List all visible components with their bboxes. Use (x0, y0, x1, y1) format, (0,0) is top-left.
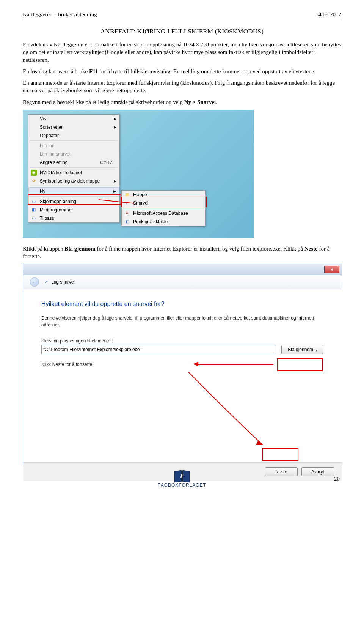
nvidia-icon: ◉ (31, 170, 37, 176)
highlight-arrow-head-icon (193, 362, 198, 366)
submenu-item-access[interactable]: A Microsoft Access Database (122, 209, 205, 218)
p4-part-c: . (216, 99, 217, 105)
browse-button[interactable]: Bla gjennom... (281, 345, 323, 354)
dialog-header-band: ← ↗ Lag snarvei (23, 275, 342, 289)
menu-item-label: Sorter etter (40, 125, 63, 130)
paragraph-1: Elevdelen av Kartleggeren er optimaliser… (23, 41, 341, 64)
p5-part-a: Klikk på knappen (23, 246, 64, 252)
menu-item-label: Angre sletting (40, 160, 67, 165)
submenu-arrow-icon: ▶ (114, 125, 116, 129)
submenu-item-label: Punktgrafikkbilde (133, 219, 168, 224)
menu-item-sorter[interactable]: Sorter etter ▶ (28, 123, 119, 131)
menu-item-label: Tilpass (40, 216, 54, 221)
sync-icon: ⟳ (31, 178, 37, 184)
p2-part-c: for å bytte til fullskjermvisning. En me… (98, 68, 315, 74)
p5-next: Neste (304, 246, 318, 252)
book-icon: F (174, 471, 190, 482)
menu-item-angre[interactable]: Angre sletting Ctrl+Z (28, 158, 119, 167)
submenu-arrow-icon: ▶ (113, 189, 116, 193)
publisher-name: FAGBOKFORLAGET (158, 483, 206, 487)
back-icon[interactable]: ← (30, 277, 39, 287)
submenu-arrow-icon: ▶ (114, 117, 116, 121)
gadgets-icon: ◧ (31, 207, 37, 213)
p2-key: F11 (89, 68, 98, 74)
highlight-arrow-browse (198, 364, 273, 365)
publisher-logo: F FAGBOKFORLAGET (158, 471, 206, 487)
p2-part-a: En løsning kan være å bruke (23, 68, 89, 74)
screenshot-context-menu: Vis ▶ Sorter etter ▶ Oppdater Lim inn Li… (23, 110, 254, 238)
menu-separator (30, 167, 118, 168)
personalize-icon: ▭ (31, 215, 37, 221)
menu-item-mini[interactable]: ◧ Miniprogrammer (28, 206, 119, 214)
context-menu: Vis ▶ Sorter etter ▶ Oppdater Lim inn Li… (28, 114, 120, 223)
bitmap-icon: ◧ (124, 219, 130, 225)
section-title: ANBEFALT: KJØRING I FULLSKJERM (KIOSKMOD… (23, 28, 341, 35)
p5-browse: Bla gjennom (64, 246, 95, 252)
dialog-band-label: Lag snarvei (51, 279, 75, 285)
menu-item-lim-inn: Lim inn (28, 142, 119, 150)
page-number: 20 (334, 476, 340, 482)
menu-item-lim-inn-snarvei: Lim inn snarvei (28, 150, 119, 158)
submenu-arrow-icon: ▶ (114, 179, 116, 183)
p4-part-a: Begynn med å høyreklikke på et ledig omr… (23, 99, 184, 105)
submenu-item-label: Microsoft Access Database (133, 211, 188, 216)
folder-icon: 📁 (124, 192, 130, 198)
submenu-item-mappe[interactable]: 📁 Mappe (122, 191, 205, 199)
menu-item-label: Vis (40, 116, 46, 121)
p4-menu-path: Ny > Snarvei (184, 99, 216, 105)
dialog-titlebar: ✕ (23, 264, 342, 275)
shortcut-icon: ↗ (124, 200, 130, 206)
paragraph-5: Klikk på knappen Bla gjennom for å finne… (23, 245, 341, 260)
location-input[interactable] (41, 345, 276, 354)
submenu-item-label: Snarvei (133, 200, 149, 206)
submenu-item-punkt[interactable]: ◧ Punktgrafikkbilde (122, 218, 205, 226)
menu-item-label: Skjermoppløsning (40, 199, 76, 204)
menu-item-synk[interactable]: ⟳ Synkronisering av delt mappe ▶ (28, 177, 119, 185)
p5-part-c: for å finne mappen hvor Internet Explore… (96, 246, 304, 252)
menu-item-nvidia[interactable]: ◉ NVIDIA kontrollpanel (28, 169, 119, 177)
paragraph-4: Begynn med å høyreklikke på et ledig omr… (23, 98, 341, 106)
menu-separator (30, 186, 118, 186)
access-db-icon: A (124, 210, 130, 216)
menu-separator (30, 196, 118, 197)
menu-item-vis[interactable]: Vis ▶ (28, 115, 119, 123)
menu-item-label: Oppdater (40, 133, 59, 138)
paragraph-3: En annen metode er å starte Internet Exp… (23, 79, 341, 95)
menu-item-oppdater[interactable]: Oppdater (28, 131, 119, 140)
header-left: Kartleggeren – brukerveiledning (23, 11, 97, 18)
submenu-item-snarvei[interactable]: ↗ Snarvei (122, 199, 205, 207)
dialog-input-row: Bla gjennom... (41, 345, 323, 354)
dialog-continue-hint: Klikk Neste for å fortsette. (41, 362, 323, 367)
dialog-heading: Hvilket element vil du opprette en snarv… (41, 301, 323, 307)
screen-resolution-icon: ▭ (31, 199, 37, 205)
document-page: Kartleggeren – brukerveiledning 14.08.20… (0, 0, 364, 493)
menu-item-label: NVIDIA kontrollpanel (40, 170, 82, 175)
menu-item-label: Miniprogrammer (40, 207, 73, 213)
header-right: 14.08.2012 (316, 11, 342, 18)
menu-item-label: Lim inn (40, 143, 55, 148)
paragraph-2: En løsning kan være å bruke F11 for å by… (23, 68, 341, 75)
menu-separator (123, 208, 204, 208)
screenshot-create-shortcut-dialog: ✕ ← ↗ Lag snarvei Hvilket element vil du… (23, 264, 342, 465)
menu-item-label: Ny (40, 189, 46, 194)
menu-item-label: Synkronisering av delt mappe (40, 178, 100, 184)
submenu-item-label: Mappe (133, 192, 147, 197)
shortcut-icon: ↗ (43, 279, 49, 285)
menu-item-shortcut: Ctrl+Z (100, 160, 113, 165)
menu-item-skjerm[interactable]: ▭ Skjermoppløsning (28, 197, 119, 206)
page-header: Kartleggeren – brukerveiledning 14.08.20… (23, 11, 341, 18)
page-footer: F FAGBOKFORLAGET 20 (23, 473, 341, 490)
dialog-body: Hvilket element vil du opprette en snarv… (23, 289, 342, 462)
submenu-new: 📁 Mappe ↗ Snarvei A Microsoft Access Dat… (121, 190, 206, 226)
menu-item-tilpass[interactable]: ▭ Tilpass (28, 214, 119, 222)
dialog-field-label: Skriv inn plasseringen til elementet: (41, 338, 323, 344)
menu-separator (30, 140, 118, 141)
header-rule (23, 19, 341, 20)
close-button[interactable]: ✕ (324, 266, 339, 273)
menu-item-ny[interactable]: Ny ▶ (28, 187, 119, 195)
menu-item-label: Lim inn snarvei (40, 151, 71, 157)
dialog-description: Denne veiviseren hjelper deg å lage snar… (41, 315, 323, 328)
